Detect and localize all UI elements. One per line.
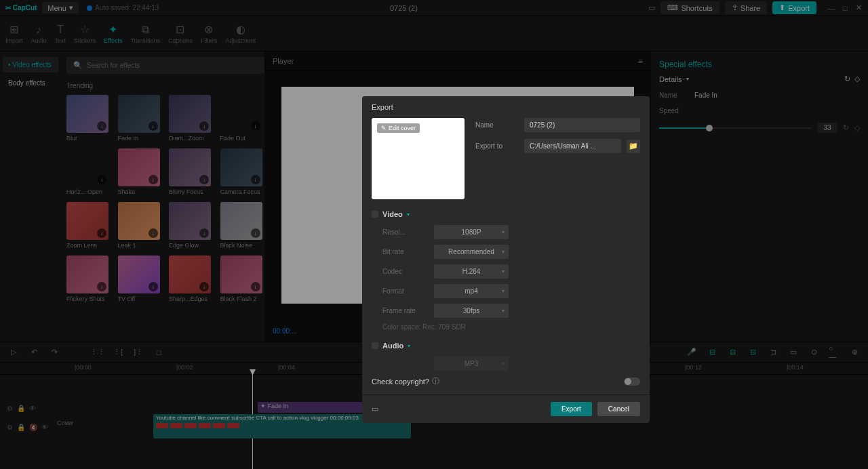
video-section-label: Video — [382, 210, 403, 218]
codec-label: Codec — [382, 268, 434, 275]
cover-preview: ✎ Edit cover — [372, 118, 465, 199]
framerate-dropdown[interactable]: 30fps — [434, 304, 509, 318]
export-modal: Export ✎ Edit cover Name Export to 📁 — [362, 96, 650, 423]
bitrate-dropdown[interactable]: Recommended — [434, 245, 509, 259]
export-name-input[interactable] — [524, 118, 640, 132]
audio-checkbox[interactable] — [372, 342, 378, 349]
export-name-label: Name — [475, 121, 519, 129]
export-to-label: Export to — [475, 142, 519, 150]
framerate-label: Frame rate — [382, 307, 434, 314]
modal-title: Export — [362, 96, 650, 118]
format-label: Format — [382, 287, 434, 295]
cancel-button[interactable]: Cancel — [597, 402, 640, 416]
audio-format-dropdown: MP3 — [434, 356, 509, 371]
bitrate-label: Bit rate — [382, 248, 434, 256]
video-checkbox[interactable] — [372, 211, 378, 218]
edit-cover-button[interactable]: ✎ Edit cover — [377, 123, 420, 133]
chevron-down-icon[interactable]: ▾ — [407, 211, 410, 218]
resolution-dropdown[interactable]: 1080P — [434, 225, 509, 239]
export-confirm-button[interactable]: Export — [551, 402, 592, 416]
pencil-icon: ✎ — [381, 125, 387, 131]
edit-cover-label: Edit cover — [389, 125, 416, 131]
color-space-label: Color space: Rec. 709 SDR — [372, 323, 640, 331]
copyright-toggle[interactable] — [624, 378, 640, 386]
audio-section-label: Audio — [382, 342, 403, 350]
resolution-label: Resol... — [382, 228, 434, 236]
check-copyright-label: Check copyright? — [372, 378, 429, 386]
export-to-input[interactable] — [524, 139, 621, 153]
chevron-down-icon[interactable]: ▾ — [408, 343, 410, 349]
draft-icon[interactable]: ▭ — [372, 405, 378, 413]
info-icon[interactable]: ⓘ — [432, 376, 439, 386]
format-dropdown[interactable]: mp4 — [434, 284, 509, 298]
codec-dropdown[interactable]: H.264 — [434, 264, 509, 279]
folder-icon[interactable]: 📁 — [627, 140, 640, 153]
